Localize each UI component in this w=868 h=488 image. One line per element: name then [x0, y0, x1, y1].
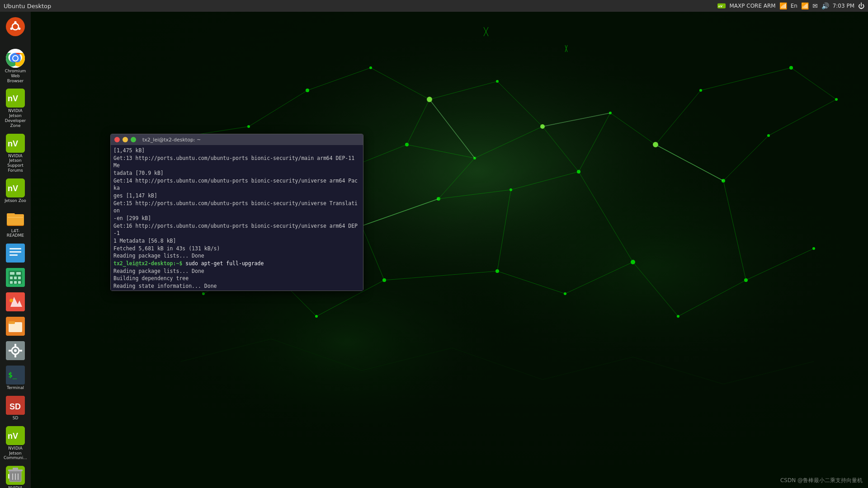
svg-rect-121 — [9, 248, 21, 249]
topbar-right: nV MAXP CORE ARM 📶 En 📶 ✉ 🔊 7:03 PM ⏻ — [717, 2, 864, 10]
bluetooth-icon[interactable]: 📶 — [801, 2, 809, 9]
terminal-prompt: tx2_lei@tx2-desktop:~$ — [113, 260, 182, 267]
sidebar-item-jetson-zoo[interactable]: nV Jetson Zoo — [1, 177, 30, 205]
ubuntu-logo-svg — [9, 20, 22, 33]
svg-text:SD: SD — [9, 402, 21, 411]
terminal-line-13: Building dependency tree — [113, 275, 360, 282]
sidebar: Chromium Web Browser nV NVIDIA Jetson De… — [0, 12, 31, 488]
chromium-icon — [6, 49, 25, 68]
sd-svg: SD — [6, 396, 25, 415]
svg-point-103 — [14, 21, 16, 23]
terminal-close-btn[interactable] — [114, 137, 120, 142]
svg-point-85 — [540, 124, 545, 129]
sidebar-item-terminal[interactable]: $_ Terminal — [1, 364, 30, 392]
maxp-label: MAXP CORE ARM — [729, 3, 775, 9]
sidebar-item-trash[interactable] — [6, 465, 25, 484]
topbar-title: Ubuntu Desktop — [4, 3, 51, 9]
texteditor-svg — [6, 244, 25, 263]
settings-svg — [6, 341, 25, 360]
svg-rect-128 — [10, 277, 13, 279]
sidebar-item-jetson-forum[interactable]: nV NVIDIA Jetson Support Forums — [1, 132, 30, 175]
svg-text:nV: nV — [8, 432, 18, 441]
vpi-demos-label: NVIDIA VPI Demos v1.2 — [5, 486, 27, 488]
terminal-titlebar[interactable]: tx2_lei@tx2-desktop: ~ — [111, 134, 363, 145]
sidebar-item-sd[interactable]: SD SD — [1, 394, 30, 422]
power-icon[interactable]: ⏻ — [858, 2, 864, 9]
paint-svg — [6, 292, 25, 311]
nvidia-logo-svg-3: nV — [6, 178, 25, 197]
texteditor-icon — [6, 244, 25, 263]
terminal-line-12: Reading package lists... Done — [113, 267, 360, 275]
svg-point-104 — [18, 28, 20, 30]
terminal-line-8: 1 Metadata [56.8 kB] — [113, 237, 360, 245]
sidebar-item-calc[interactable] — [1, 266, 30, 289]
terminal-line-7: Get:16 http://ports.ubuntu.com/ubuntu-po… — [113, 222, 360, 237]
volume-icon[interactable]: 🔊 — [821, 2, 829, 9]
calc-icon — [6, 268, 25, 287]
sidebar-item-chromium[interactable]: Chromium Web Browser — [1, 47, 30, 85]
jetson-zoo-label: Jetson Zoo — [5, 198, 26, 203]
jetson-zoo-icon: nV — [6, 178, 25, 197]
svg-rect-126 — [10, 272, 14, 275]
svg-point-105 — [10, 28, 13, 30]
terminal-window[interactable]: tx2_lei@tx2-desktop: ~ [1,475 kB] Get:13… — [110, 134, 363, 291]
sidebar-item-jetson-dev[interactable]: nV NVIDIA Jetson Developer Zone — [1, 87, 30, 130]
language-label[interactable]: En — [791, 3, 797, 9]
svg-rect-130 — [18, 277, 21, 279]
svg-rect-156 — [13, 468, 18, 470]
nvidia-sys-icon: nV — [717, 2, 726, 10]
watermark-text: CSDN @鲁棒最小二乘支持向量机 — [780, 477, 863, 483]
svg-rect-133 — [18, 281, 21, 284]
wifi-icon[interactable]: 📶 — [779, 2, 787, 9]
jetson-dev-icon: nV — [6, 89, 25, 108]
svg-rect-119 — [8, 217, 23, 218]
terminal-line-9: Fetched 5,681 kB in 43s (131 kB/s) — [113, 245, 360, 253]
terminal-line-3: Get:14 http://ports.ubuntu.com/ubuntu-po… — [113, 177, 360, 192]
terminal-minimize-btn[interactable] — [123, 137, 128, 142]
terminal-title: tx2_lei@tx2-desktop: ~ — [142, 137, 201, 143]
nvidia-logo-svg-2: nV — [6, 134, 25, 153]
clock-label: 7:03 PM — [833, 3, 854, 9]
terminal-line-14: Reading state information... Done — [113, 282, 360, 290]
sidebar-item-files[interactable] — [1, 315, 30, 338]
sidebar-item-texteditor[interactable] — [1, 242, 30, 264]
terminal-line-prompt: tx2_lei@tx2-desktop:~$ sudo apt-get full… — [113, 260, 360, 267]
terminal-line-0: [1,475 kB] — [113, 147, 360, 155]
svg-rect-144 — [9, 350, 11, 352]
svg-text:nV: nV — [8, 139, 18, 148]
mail-icon[interactable]: ✉ — [812, 2, 818, 9]
svg-rect-142 — [14, 344, 16, 347]
svg-text:nV: nV — [8, 94, 18, 103]
svg-rect-127 — [16, 272, 21, 275]
terminal-line-2: tadata [70.9 kB] — [113, 169, 360, 177]
trash-svg — [6, 465, 25, 484]
nvidia-communi-icon: nV — [6, 426, 25, 445]
terminal-line-15: Calculating upgrade... Done — [113, 290, 360, 291]
sd-icon: SD — [6, 396, 25, 415]
sidebar-item-l4t-readme[interactable]: L4T- README — [1, 207, 30, 240]
svg-rect-118 — [7, 214, 24, 225]
watermark: CSDN @鲁棒最小二乘支持向量机 — [780, 477, 863, 484]
svg-rect-138 — [9, 321, 15, 324]
terminal-dock-icon: $_ — [6, 366, 25, 385]
terminal-maximize-btn[interactable] — [131, 137, 136, 142]
paint-icon — [6, 292, 25, 311]
ubuntu-icon — [6, 17, 25, 36]
svg-rect-122 — [9, 251, 21, 253]
files-icon — [6, 317, 25, 336]
chromium-label: Chromium Web Browser — [5, 69, 26, 83]
terminal-line-4: ges [1,147 kB] — [113, 192, 360, 200]
jetson-forum-label: NVIDIA Jetson Support Forums — [7, 154, 24, 173]
terminal-line-5: Get:15 http://ports.ubuntu.com/ubuntu-po… — [113, 200, 360, 215]
sidebar-item-paint[interactable] — [1, 291, 30, 313]
sidebar-item-nvidia-communi[interactable]: nV NVIDIA Jetson Communi... — [1, 424, 30, 462]
settings-icon — [6, 341, 25, 360]
svg-point-141 — [14, 349, 17, 352]
svg-rect-143 — [14, 355, 16, 357]
sidebar-item-settings[interactable] — [1, 339, 30, 362]
chromium-logo-svg — [6, 49, 25, 68]
svg-text:nV: nV — [8, 184, 18, 193]
terminal-line-10: Reading package lists... Done — [113, 252, 360, 260]
sidebar-item-ubuntu[interactable] — [1, 15, 30, 38]
terminal-body[interactable]: [1,475 kB] Get:13 http://ports.ubuntu.co… — [111, 145, 363, 291]
